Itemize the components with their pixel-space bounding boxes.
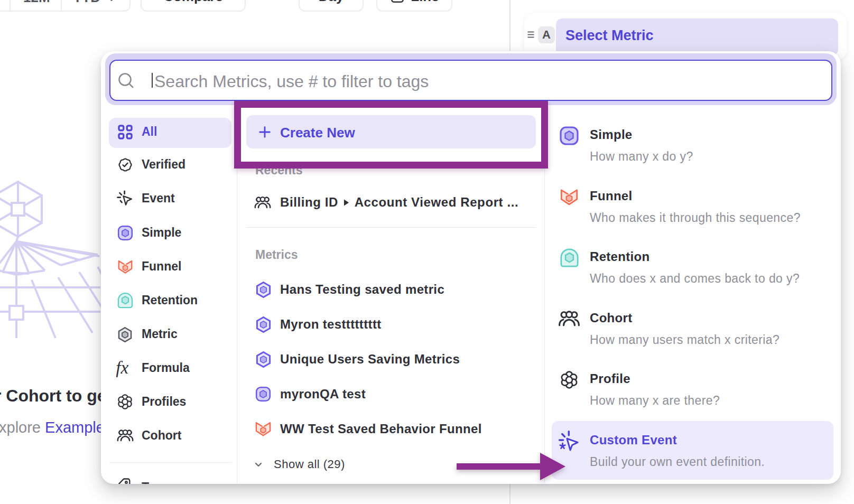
svg-text:fx: fx	[116, 360, 128, 377]
